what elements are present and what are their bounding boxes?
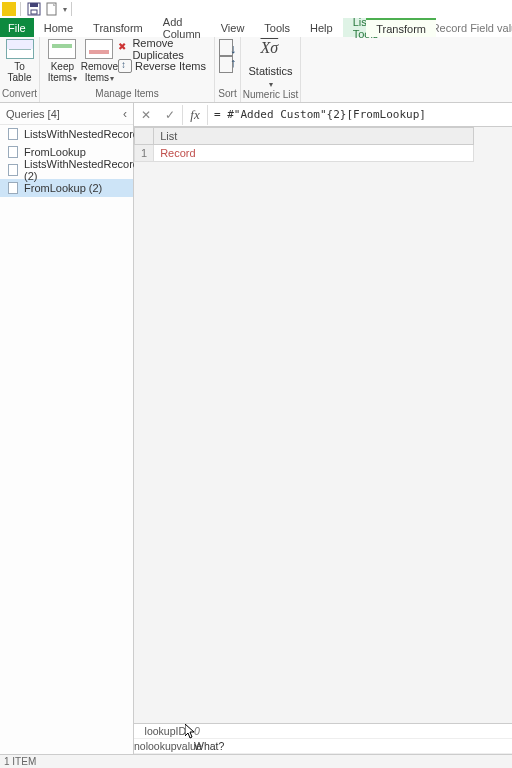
remove-items-icon	[85, 39, 113, 59]
queries-header-label: Queries [4]	[6, 108, 60, 120]
remove-items-button[interactable]: Remove Items▾	[81, 39, 118, 84]
formula-input[interactable]: = #"Added Custom"{2}[FromLookup]	[208, 108, 512, 121]
data-grid[interactable]: List 1 Record	[134, 127, 512, 723]
editor-area: ✕ ✓ fx = #"Added Custom"{2}[FromLookup] …	[134, 103, 512, 754]
detail-row: lookupID 0	[134, 724, 512, 739]
query-table-icon	[8, 164, 18, 176]
svg-rect-1	[30, 3, 38, 7]
query-item[interactable]: ListsWithNestedRecords (2)	[0, 161, 133, 179]
ribbon-group-manage-items: Manage Items	[40, 88, 214, 102]
grid-corner[interactable]	[135, 128, 154, 145]
detail-label: lookupID	[134, 725, 190, 737]
keep-items-button[interactable]: Keep Items▾	[44, 39, 81, 84]
remove-duplicates-button[interactable]: Remove Duplicates	[118, 41, 210, 57]
reverse-items-button[interactable]: Reverse Items	[118, 58, 210, 74]
statistics-button[interactable]: Statistics▾	[245, 39, 296, 89]
save-icon[interactable]	[27, 2, 41, 16]
table-row[interactable]: 1 Record	[135, 145, 474, 162]
to-table-button[interactable]: To Table	[4, 39, 35, 83]
statistics-icon	[257, 39, 285, 63]
tab-transform[interactable]: Transform	[83, 18, 153, 37]
query-table-icon	[8, 146, 18, 158]
quick-access-toolbar: ▾	[0, 0, 512, 18]
detail-value: What?	[190, 740, 224, 752]
query-item-label: FromLookup	[24, 146, 86, 158]
qat-separator	[71, 2, 72, 16]
row-number[interactable]: 1	[135, 145, 154, 162]
tab-add-column[interactable]: Add Column	[153, 18, 211, 37]
status-item-count: 1 ITEM	[4, 756, 36, 767]
to-table-icon	[6, 39, 34, 59]
workspace: Queries [4] ‹ ListsWithNestedRecords Fro…	[0, 103, 512, 754]
query-item-label: ListsWithNestedRecords	[24, 128, 144, 140]
cell-record-link[interactable]: Record	[154, 145, 474, 162]
remove-duplicates-icon	[118, 42, 129, 56]
queries-list: ListsWithNestedRecords FromLookup ListsW…	[0, 125, 133, 197]
tab-file[interactable]: File	[0, 18, 34, 37]
tab-home[interactable]: Home	[34, 18, 83, 37]
query-table-icon	[8, 128, 18, 140]
detail-value: 0	[190, 725, 200, 737]
query-list-icon	[8, 182, 18, 194]
new-document-icon[interactable]	[45, 2, 59, 16]
ribbon: To Table Convert Keep Items▾ Remove Item…	[0, 37, 512, 103]
detail-label: nolookupvalue	[134, 740, 190, 752]
formula-bar: ✕ ✓ fx = #"Added Custom"{2}[FromLookup]	[134, 103, 512, 127]
commit-formula-button[interactable]: ✓	[158, 103, 182, 127]
ribbon-group-convert: Convert	[0, 88, 39, 102]
qat-overflow-icon[interactable]: ▾	[63, 5, 67, 14]
cancel-formula-button[interactable]: ✕	[134, 103, 158, 127]
queries-pane: Queries [4] ‹ ListsWithNestedRecords Fro…	[0, 103, 134, 754]
app-logo-icon	[2, 2, 16, 16]
queries-header[interactable]: Queries [4] ‹	[0, 103, 133, 125]
keep-items-icon	[48, 39, 76, 59]
collapse-pane-icon[interactable]: ‹	[123, 107, 127, 121]
query-item-label: ListsWithNestedRecords (2)	[24, 158, 144, 182]
query-item[interactable]: ListsWithNestedRecords	[0, 125, 133, 143]
ribbon-group-numeric-list: Numeric List	[241, 89, 300, 102]
fx-icon[interactable]: fx	[183, 103, 207, 127]
tab-tools[interactable]: Tools	[254, 18, 300, 37]
detail-row: nolookupvalue What?	[134, 739, 512, 754]
tab-view[interactable]: View	[211, 18, 255, 37]
column-header-list[interactable]: List	[154, 128, 474, 145]
sort-button[interactable]: ↓ ↑	[217, 39, 239, 75]
status-bar: 1 ITEM	[0, 754, 512, 768]
reverse-items-icon	[118, 59, 132, 73]
query-item-label: FromLookup (2)	[24, 182, 102, 194]
tab-list-transform[interactable]: Transform	[366, 18, 436, 37]
record-detail-pane: lookupID 0 nolookupvalue What?	[134, 723, 512, 754]
tab-help[interactable]: Help	[300, 18, 343, 37]
ribbon-group-sort: Sort	[215, 88, 240, 102]
qat-separator	[20, 2, 21, 16]
svg-rect-2	[31, 10, 37, 14]
